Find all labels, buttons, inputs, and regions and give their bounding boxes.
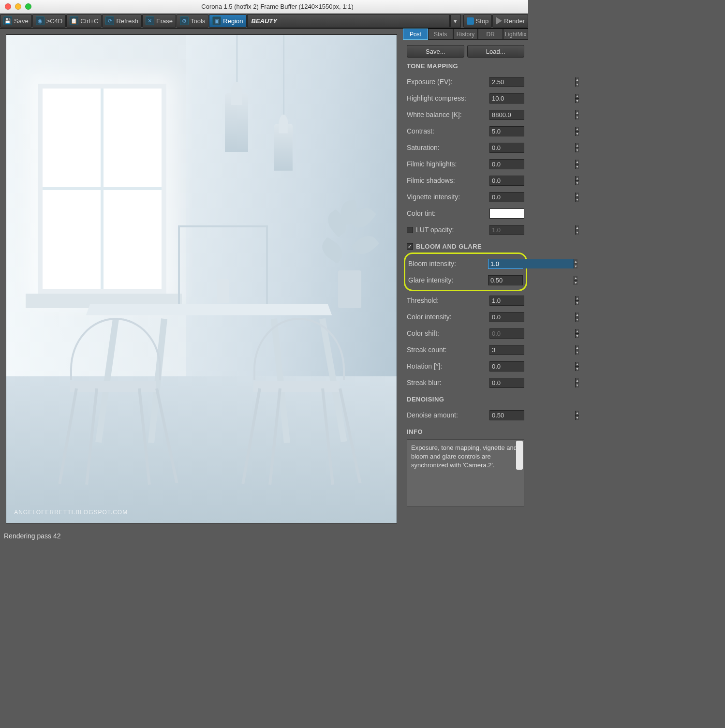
filmic-h-input[interactable]: ▲▼ [489,159,524,169]
save-icon: 💾 [3,16,12,25]
streak-label: Streak count: [407,346,487,354]
saturation-input[interactable]: ▲▼ [489,143,524,153]
region-label: Region [223,17,243,25]
lut-input[interactable]: ▲▼ [489,225,524,235]
window-title: Corona 1.5 (hotfix 2) Frame Buffer (1240… [31,3,523,10]
color-shift-label: Color shift: [407,329,487,337]
tone-mapping-header: TONE MAPPING [407,62,524,70]
copy-button[interactable]: 📋Ctrl+C [66,15,102,28]
filmic-s-input[interactable]: ▲▼ [489,176,524,186]
scrollbar[interactable] [516,441,523,470]
streak-blur-input[interactable]: ▲▼ [489,378,524,388]
contrast-label: Contrast: [407,127,487,135]
region-icon: ▣ [212,16,221,25]
copy-icon: 📋 [70,16,78,25]
tab-history[interactable]: History [453,29,478,40]
render-window [38,84,166,294]
streak-input[interactable]: ▲▼ [489,345,524,355]
status-text: Rendering pass 42 [4,532,61,540]
refresh-label: Refresh [116,17,138,25]
down-arrow-icon[interactable]: ▼ [575,82,579,87]
denoise-label: Denoise amount: [407,411,487,419]
exposure-input[interactable]: ▲▼ [489,77,524,87]
stop-icon [467,17,474,25]
c4d-icon: ◉ [36,16,44,25]
colortint-label: Color tint: [407,209,487,217]
minimize-icon[interactable] [15,3,21,10]
save-settings-button[interactable]: Save... [407,45,464,58]
play-icon [496,17,502,25]
vignette-label: Vignette intensity: [407,193,487,201]
lut-checkbox[interactable] [407,227,413,233]
info-text: Exposure, tone mapping, vignette and blo… [411,444,517,469]
status-bar: Rendering pass 42 [0,529,528,543]
vignette-input[interactable]: ▲▼ [489,192,524,202]
bloom-glare-header: ✓BLOOM AND GLARE [407,243,524,250]
rotation-input[interactable]: ▲▼ [489,361,524,371]
exposure-label: Exposure (EV): [407,78,487,86]
stop-button[interactable]: Stop [463,15,492,28]
filmic-h-label: Filmic highlights: [407,160,487,168]
toolbar: 💾Save ◉>C4D 📋Ctrl+C ⟳Refresh ✕Erase ⚙Too… [0,14,528,29]
erase-label: Erase [156,17,173,25]
bloom-checkbox[interactable]: ✓ [407,243,413,250]
traffic-lights [5,3,31,10]
threshold-input[interactable]: ▲▼ [489,296,524,306]
stop-label: Stop [476,17,489,25]
load-settings-button[interactable]: Load... [467,45,525,58]
render-button[interactable]: Render [492,15,528,28]
render-plant [326,201,373,308]
up-arrow-icon[interactable]: ▲ [575,77,579,82]
c4d-label: >C4D [46,17,63,25]
erase-button[interactable]: ✕Erase [142,15,176,28]
close-icon[interactable] [5,3,11,10]
refresh-button[interactable]: ⟳Refresh [102,15,142,28]
glare-int-label: Glare intensity: [408,276,485,284]
copy-label: Ctrl+C [80,17,98,25]
render-chair [65,318,166,493]
highlight-label: Highlight compress: [407,94,487,102]
contrast-input[interactable]: ▲▼ [489,126,524,136]
tab-lightmix[interactable]: LightMix [503,29,528,40]
denoise-input[interactable]: ▲▼ [489,410,524,420]
zoom-icon[interactable] [25,3,31,10]
wb-input[interactable]: ▲▼ [489,110,524,120]
pass-dropdown[interactable]: ▾ [450,15,461,28]
tab-post[interactable]: Post [403,29,428,40]
wb-label: White balance [K]: [407,111,487,119]
gear-icon: ⚙ [180,16,189,25]
color-int-label: Color intensity: [407,313,487,321]
panel-tabs: Post Stats History DR LightMix [403,29,528,40]
denoising-header: DENOISING [407,396,524,403]
watermark: ANGELOFERRETTI.BLOGSPOT.COM [14,509,128,516]
colortint-swatch[interactable] [489,208,524,219]
c4d-button[interactable]: ◉>C4D [32,15,66,28]
save-label: Save [14,17,29,25]
viewport: ANGELOFERRETTI.BLOGSPOT.COM [0,29,403,529]
render-lamp [225,93,248,152]
bloom-int-label: Bloom intensity: [408,260,485,267]
rotation-label: Rotation [°]: [407,362,487,370]
tab-dr[interactable]: DR [478,29,503,40]
glare-int-input[interactable]: ▲▼ [488,275,523,285]
threshold-label: Threshold: [407,297,487,304]
saturation-label: Saturation: [407,144,487,151]
erase-icon: ✕ [146,16,154,25]
info-box: Exposure, tone mapping, vignette and blo… [407,439,524,507]
refresh-icon: ⟳ [105,16,114,25]
color-shift-input[interactable]: ▲▼ [489,328,524,339]
color-int-input[interactable]: ▲▼ [489,312,524,322]
save-button[interactable]: 💾Save [0,15,32,28]
render-pass-selector[interactable]: BEAUTY [247,15,450,28]
filmic-s-label: Filmic shadows: [407,177,487,184]
tools-label: Tools [191,17,205,25]
side-panel: Post Stats History DR LightMix Save... L… [403,29,528,529]
bloom-int-input[interactable]: ▲▼ [488,259,523,269]
tab-stats[interactable]: Stats [428,29,453,40]
highlight-input[interactable]: ▲▼ [489,93,524,104]
render-image[interactable]: ANGELOFERRETTI.BLOGSPOT.COM [6,34,397,523]
region-button[interactable]: ▣Region [209,15,246,28]
info-header: INFO [407,428,524,435]
streak-blur-label: Streak blur: [407,379,487,386]
tools-button[interactable]: ⚙Tools [177,15,208,28]
